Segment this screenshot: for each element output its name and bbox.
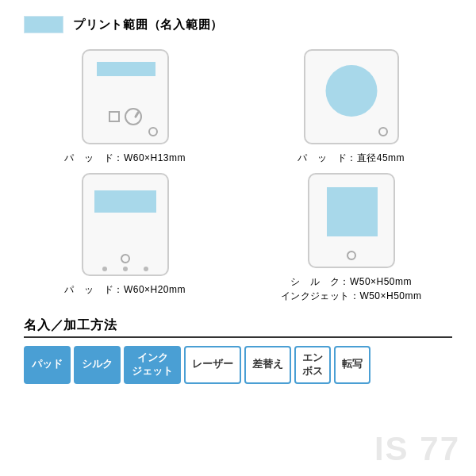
products-grid: パ ッ ド：W60×H13mm パ ッ ド：直径45mm [24, 49, 452, 303]
method-tensha[interactable]: 転写 [334, 346, 370, 384]
print-area-4 [327, 187, 378, 236]
print-area-3 [94, 190, 156, 213]
product-label-1: パ ッ ド：W60×H13mm [64, 151, 186, 165]
product-label-4: シ ル ク：W50×H50mm インクジェット：W50×H50mm [281, 274, 422, 303]
device-box-2 [304, 49, 399, 144]
method-emboss[interactable]: エン ボス [294, 346, 331, 384]
device-box-3 [82, 173, 169, 276]
foot [123, 267, 128, 271]
product-item-4: シ ル ク：W50×H50mm インクジェット：W50×H50mm [250, 173, 452, 303]
power-dot-2 [378, 127, 388, 136]
print-range-indicator [24, 16, 63, 33]
power-dot-4 [347, 251, 356, 260]
product-label-2: パ ッ ド：直径45mm [298, 151, 405, 165]
foot [102, 267, 107, 271]
product-item-1: パ ッ ド：W60×H13mm [24, 49, 226, 165]
method-pad[interactable]: パッド [24, 346, 71, 384]
foot [144, 267, 148, 271]
device-box-1 [82, 49, 169, 144]
method-laser[interactable]: レーザー [184, 346, 241, 384]
method-inkjet[interactable]: インク ジェット [124, 346, 181, 384]
device-box-4 [308, 173, 395, 268]
power-dot-3 [121, 254, 130, 263]
feet-3 [102, 267, 148, 271]
print-area-2 [325, 65, 377, 117]
product-label-3: パ ッ ド：W60×H20mm [64, 282, 186, 297]
header-row: プリント範囲（名入範囲） [24, 16, 452, 33]
method-sasikae[interactable]: 差替え [244, 346, 291, 384]
product-item-3: パ ッ ド：W60×H20mm [24, 173, 226, 303]
power-dot-1 [148, 127, 158, 136]
header-title: プリント範囲（名入範囲） [73, 17, 223, 33]
section-title: 名入／加工方法 [24, 317, 452, 338]
watermark: IS 77 [374, 430, 460, 468]
page-wrapper: プリント範囲（名入範囲） パ ッ ド：W60×H13mm [0, 0, 476, 400]
method-silk[interactable]: シルク [74, 346, 121, 384]
print-area-1 [97, 62, 155, 76]
product-item-2: パ ッ ド：直径45mm [250, 49, 452, 165]
methods-row: パッド シルク インク ジェット レーザー 差替え エン ボス 転写 [24, 346, 452, 384]
